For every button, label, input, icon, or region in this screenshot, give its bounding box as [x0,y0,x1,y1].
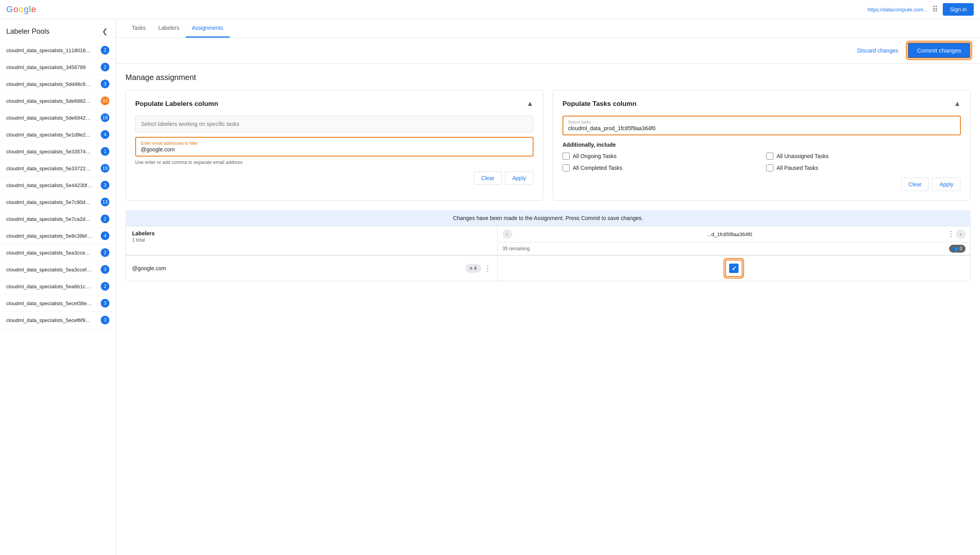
columns-row: Populate Labelers column ▲ Enter email a… [125,90,971,201]
sidebar-item-label: cloudml_data_specialists_5e7ca2d0_0... [6,216,93,222]
sidebar-item[interactable]: cloudml_data_specialists_5ea3ccec_0...2 [0,244,116,261]
sidebar-badge: 3 [101,316,109,324]
labelers-clear-button[interactable]: Clear [474,171,502,185]
manage-assignment-title: Manage assignment [125,73,971,82]
sidebar-item[interactable]: cloudml_data_specialists_5ecef6f9_0...3 [0,312,116,329]
sidebar-badge: 3 [101,80,109,88]
tab-labelers[interactable]: Labelers [152,19,186,38]
task-nav: ‹ [503,229,512,239]
sidebar-badge: 2 [101,63,109,71]
labeler-more-icon[interactable]: ⋮ [484,264,491,273]
sidebar-item[interactable]: cloudml_data_specialists_5e7ca2d0_0...2 [0,211,116,227]
checkbox-completed-input[interactable] [563,164,570,171]
labelers-panel-footer: Clear Apply [135,171,534,185]
google-logo: Google [6,4,36,15]
remaining-text: 35 remaining [503,246,530,251]
main-layout: Labeler Pools ❮ cloudml_data_specialists… [0,19,980,555]
sidebar-title: Labeler Pools [6,27,49,36]
sidebar-item[interactable]: cloudml_data_specialists_5ea6b1c9_0...2 [0,278,116,295]
tasks-collapse-icon[interactable]: ▲ [954,100,961,108]
sidebar-item-label: cloudml_data_specialists_5ecef6f9_0... [6,317,93,323]
top-bar-right: https://datacompute.com... ⠿ Sign in [867,3,974,16]
checkmark-icon: ✓ [731,265,737,272]
task-name: ...d_1fc85f9aa364f0 [707,231,752,237]
changes-banner: Changes have been made to the Assignment… [125,210,971,226]
additionally-label: Additionally, include [563,142,961,148]
sidebar-item[interactable]: cloudml_data_specialists_5ecef38e_0...3 [0,295,116,312]
sidebar-item[interactable]: cloudml_data_specialists_5ea3ccef_0...3 [0,261,116,278]
sidebar-item-label: cloudml_data_specialists_5ea3ccec_0... [6,250,93,256]
sidebar-item-label: cloudml_data_specialists_5ecef38e_0... [6,300,93,306]
url-link[interactable]: https://datacompute.com... [867,7,927,13]
sidebar-collapse-button[interactable]: ❮ [100,25,109,37]
task-nav-prev[interactable]: ‹ [503,229,512,239]
sidebar-item[interactable]: cloudml_data_specialists_34567892 [0,59,116,76]
grid-icon[interactable]: ⠿ [932,5,938,14]
labelers-subtext: 1 total [132,237,145,243]
sidebar-item-label: cloudml_data_specialists_5ea6b1c9_0... [6,284,93,289]
populate-labelers-header: Populate Labelers column ▲ [135,100,534,108]
sidebar-item-label: cloudml_data_specialists_111801860... [6,47,93,53]
action-bar: Discard changes Commit changes [116,38,980,64]
labelers-collapse-icon[interactable]: ▲ [526,100,534,108]
labelers-search-container [135,116,534,132]
task-count-badge[interactable]: ≡ 4 [465,264,481,273]
sidebar-badge: 2 [101,248,109,257]
sidebar-badge: 13 [101,198,109,206]
tab-tasks[interactable]: Tasks [125,19,152,38]
sidebar-badge: 2 [101,282,109,291]
checkbox-ongoing-input[interactable] [563,153,570,160]
sidebar-item[interactable]: cloudml_data_specialists_5e335746_...1 [0,143,116,160]
task-column: ‹ ...d_1fc85f9aa364f0 ⋮ › 35 remaining [497,226,970,255]
labeler-cell: @google.com ≡ 4 ⋮ [126,260,497,277]
discard-changes-button[interactable]: Discard changes [853,44,903,57]
sidebar-badge: 1 [101,147,109,156]
sidebar-item-label: cloudml_data_specialists_5e8c39bf_0... [6,233,93,239]
email-filter-label: Enter email addresses to filter [141,141,528,146]
sidebar-item-label: cloudml_data_specialists_5e33722b_... [6,166,93,171]
table-header-row: Labelers 1 total ‹ ...d_1fc85f9aa364f0 ⋮… [126,226,970,255]
sidebar-item[interactable]: cloudml_data_specialists_5e1d9e2a_...4 [0,126,116,143]
tasks-select-label: Select tasks [568,120,955,124]
sidebar-item[interactable]: cloudml_data_specialists_5dd48c96_...3 [0,76,116,93]
populate-tasks-panel: Populate Tasks column ▲ Select tasks clo… [553,90,971,201]
sidebar-item[interactable]: cloudml_data_specialists_5e33722b_...19 [0,160,116,177]
sidebar-item[interactable]: cloudml_data_specialists_111801860...2 [0,42,116,59]
checkbox-completed-label: All Completed Tasks [573,165,622,171]
checkbox-paused-input[interactable] [766,164,773,171]
labelers-search-input[interactable] [135,116,534,132]
tasks-select-value[interactable]: cloudml_data_prod_1fc85f9aa364f0 [568,125,955,131]
sidebar-item[interactable]: cloudml_data_specialists_5e7c90dc_...13 [0,194,116,211]
commit-changes-button[interactable]: Commit changes [907,42,971,58]
sidebar-item[interactable]: cloudml_data_specialists_5de69425_...18 [0,109,116,126]
checkbox-unassigned-label: All Unassigned Tasks [777,153,829,159]
checkbox-unassigned-input[interactable] [766,153,773,160]
sidebar-item[interactable]: cloudml_data_specialists_5e44230f_0...3 [0,177,116,194]
checkbox-paused: All Paused Tasks [766,164,961,171]
sidebar-header: Labeler Pools ❮ [0,19,116,42]
task-nav-next[interactable]: › [956,229,965,239]
sidebar-item[interactable]: cloudml_data_specialists_5de68829_...93 [0,93,116,109]
checkbox-grid: All Ongoing Tasks All Unassigned Tasks A… [563,153,961,171]
content-area: Tasks Labelers Assignments Discard chang… [116,19,980,555]
sidebar-item-label: cloudml_data_specialists_5de68829_... [6,98,93,104]
sidebar-badge: 93 [101,96,109,105]
checkbox-ongoing-label: All Ongoing Tasks [573,153,617,159]
checkbox-completed: All Completed Tasks [563,164,757,171]
sidebar-badge: 4 [101,130,109,139]
populate-tasks-title: Populate Tasks column [563,100,637,108]
tab-assignments[interactable]: Assignments [186,19,230,38]
tasks-select-container: Select tasks cloudml_data_prod_1fc85f9aa… [563,116,961,135]
sidebar-badge: 3 [101,181,109,189]
sidebar-item-label: cloudml_data_specialists_5dd48c96_... [6,81,93,87]
labelers-apply-button[interactable]: Apply [505,171,534,185]
email-filter-input[interactable] [141,146,528,153]
sign-in-button[interactable]: Sign in [943,3,974,16]
tasks-clear-button[interactable]: Clear [901,178,929,191]
sidebar-badge: 3 [101,299,109,308]
content-scroll: Manage assignment Populate Labelers colu… [116,64,980,555]
tasks-apply-button[interactable]: Apply [932,178,961,191]
task-assignment-checkbox[interactable]: ✓ [725,260,742,277]
sidebar-item[interactable]: cloudml_data_specialists_5e8c39bf_0...4 [0,227,116,244]
task-more-icon[interactable]: ⋮ [947,229,955,239]
